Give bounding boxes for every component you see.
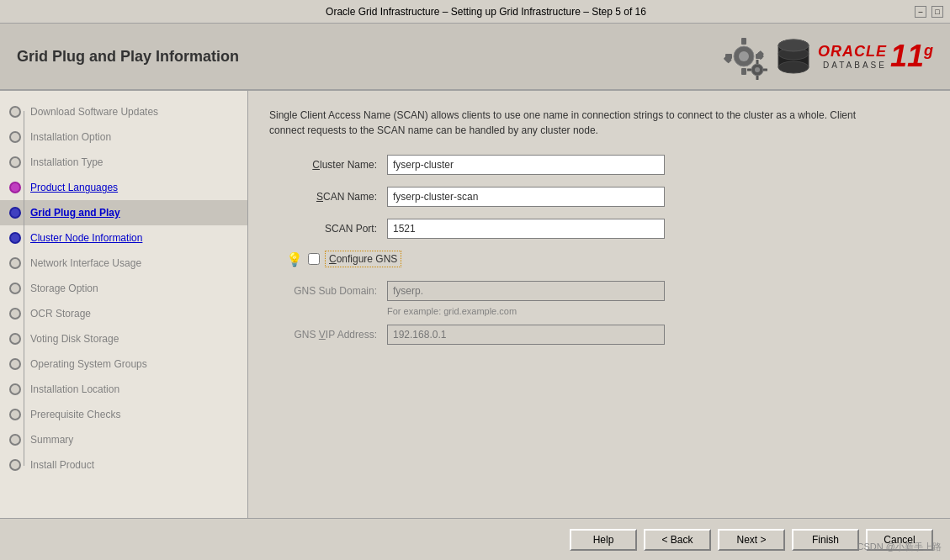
oracle-brand: ORACLE DATABASE bbox=[818, 43, 887, 70]
svg-rect-13 bbox=[756, 76, 758, 80]
gns-vip-label: GNS VIP Address: bbox=[269, 329, 387, 341]
configure-gns-label[interactable]: Configure GNS bbox=[325, 251, 401, 267]
svg-rect-15 bbox=[747, 69, 751, 71]
scan-name-row: SCAN Name: bbox=[269, 187, 929, 207]
sidebar-item-cluster-node-information[interactable]: Cluster Node Information bbox=[0, 225, 247, 251]
step-icon-grid-plug-and-play bbox=[7, 204, 24, 221]
sidebar-label-operating-system-groups: Operating System Groups bbox=[30, 358, 147, 370]
gns-hint-text: For example: grid.example.com bbox=[269, 306, 929, 316]
sidebar-item-grid-plug-and-play[interactable]: Grid Plug and Play bbox=[0, 200, 247, 225]
gns-subdomain-input[interactable] bbox=[387, 281, 665, 301]
sidebar-item-installation-location[interactable]: Installation Location bbox=[0, 377, 247, 402]
scan-port-label: SCAN Port: bbox=[269, 223, 387, 235]
sidebar-item-product-languages[interactable]: Product Languages bbox=[0, 175, 247, 200]
step-icon-storage-option bbox=[7, 280, 24, 297]
scan-port-row: SCAN Port: bbox=[269, 219, 929, 239]
maximize-button[interactable]: □ bbox=[931, 6, 943, 18]
scan-name-label: SCAN Name: bbox=[269, 191, 387, 203]
sidebar-item-network-interface-usage[interactable]: Network Interface Usage bbox=[0, 251, 247, 276]
step-icon-download bbox=[7, 103, 24, 120]
sidebar-item-installation-type[interactable]: Installation Type bbox=[0, 150, 247, 175]
oracle-text: ORACLE bbox=[818, 43, 887, 61]
sidebar-item-operating-system-groups[interactable]: Operating System Groups bbox=[0, 351, 247, 377]
lightbulb-icon: 💡 bbox=[286, 251, 303, 267]
sidebar-label-installation-type: Installation Type bbox=[30, 156, 103, 168]
minimize-button[interactable]: – bbox=[915, 6, 926, 18]
next-button[interactable]: Next > bbox=[718, 529, 785, 551]
step-icon-prerequisite-checks bbox=[7, 406, 24, 423]
sidebar-item-prerequisite-checks[interactable]: Prerequisite Checks bbox=[0, 402, 247, 427]
svg-rect-3 bbox=[741, 68, 746, 75]
page-title: Grid Plug and Play Information bbox=[17, 48, 239, 66]
gear-icon bbox=[719, 31, 769, 82]
step-icon-voting-disk-storage bbox=[7, 330, 24, 347]
svg-rect-12 bbox=[756, 60, 758, 64]
watermark: CSDN @小新手上路 bbox=[857, 541, 942, 553]
sidebar-label-voting-disk-storage: Voting Disk Storage bbox=[30, 333, 119, 345]
gns-vip-row: GNS VIP Address: bbox=[269, 325, 929, 345]
step-icon-ocr-storage bbox=[7, 305, 24, 322]
step-icon-installation-option bbox=[7, 129, 24, 145]
finish-button[interactable]: Finish bbox=[792, 529, 859, 551]
scan-name-input[interactable] bbox=[387, 187, 665, 207]
oracle-db-text: DATABASE bbox=[823, 61, 887, 70]
sidebar-item-summary[interactable]: Summary bbox=[0, 427, 247, 452]
sidebar-label-summary: Summary bbox=[30, 434, 73, 446]
sidebar: Download Software Updates Installation O… bbox=[0, 91, 248, 518]
step-icon-cluster-node-information bbox=[7, 230, 24, 246]
sidebar-label-network-interface-usage: Network Interface Usage bbox=[30, 257, 141, 269]
sidebar-label-ocr-storage: OCR Storage bbox=[30, 308, 91, 320]
svg-point-20 bbox=[778, 40, 809, 51]
step-icon-installation-type bbox=[7, 154, 24, 171]
header: Grid Plug and Play Information bbox=[0, 24, 950, 91]
gns-vip-input[interactable] bbox=[387, 325, 665, 345]
database-icon bbox=[772, 35, 815, 77]
svg-rect-2 bbox=[741, 38, 746, 45]
cluster-name-input[interactable] bbox=[387, 155, 665, 175]
svg-point-1 bbox=[739, 51, 749, 61]
description-text: Single Client Access Name (SCAN) allows … bbox=[269, 108, 892, 138]
step-icon-installation-location bbox=[7, 381, 24, 398]
scan-port-input[interactable] bbox=[387, 219, 665, 239]
sidebar-item-download-software-updates[interactable]: Download Software Updates bbox=[0, 99, 247, 124]
oracle-logo: ORACLE DATABASE 11g bbox=[719, 31, 933, 82]
oracle-version: 11g bbox=[890, 39, 933, 74]
sidebar-label-grid-plug-and-play[interactable]: Grid Plug and Play bbox=[30, 207, 120, 219]
main-window: Grid Plug and Play Information bbox=[0, 24, 950, 560]
sidebar-item-installation-option[interactable]: Installation Option bbox=[0, 124, 247, 150]
cluster-name-label: Cluster Name: bbox=[269, 159, 387, 171]
sidebar-item-voting-disk-storage[interactable]: Voting Disk Storage bbox=[0, 326, 247, 351]
title-bar-text: Oracle Grid Infrastructure – Setting up … bbox=[57, 6, 915, 18]
content-area: Download Software Updates Installation O… bbox=[0, 91, 950, 518]
step-icon-product-languages bbox=[7, 179, 24, 196]
svg-point-18 bbox=[778, 61, 809, 73]
svg-rect-14 bbox=[763, 69, 767, 71]
sidebar-label-cluster-node-information[interactable]: Cluster Node Information bbox=[30, 232, 142, 244]
sidebar-label-product-languages[interactable]: Product Languages bbox=[30, 182, 118, 193]
sidebar-label-storage-option: Storage Option bbox=[30, 283, 98, 294]
configure-gns-checkbox[interactable] bbox=[308, 253, 320, 265]
title-bar-controls: – □ bbox=[915, 6, 943, 18]
help-button[interactable]: Help bbox=[570, 529, 637, 551]
step-icon-summary bbox=[7, 431, 24, 448]
bottom-bar: Help < Back Next > Finish Cancel bbox=[0, 518, 950, 560]
step-icon-install-product bbox=[7, 457, 24, 473]
sidebar-label-installation-location: Installation Location bbox=[30, 383, 119, 395]
step-icon-network-interface-usage bbox=[7, 255, 24, 272]
main-content: Single Client Access Name (SCAN) allows … bbox=[248, 91, 950, 518]
sidebar-item-install-product[interactable]: Install Product bbox=[0, 452, 247, 478]
gns-subdomain-label: GNS Sub Domain: bbox=[269, 285, 387, 297]
step-icon-operating-system-groups bbox=[7, 356, 24, 372]
sidebar-label-prerequisite-checks: Prerequisite Checks bbox=[30, 409, 120, 420]
svg-point-11 bbox=[755, 67, 760, 72]
sidebar-item-storage-option[interactable]: Storage Option bbox=[0, 276, 247, 301]
sidebar-label-install-product: Install Product bbox=[30, 459, 94, 471]
gns-subdomain-row: GNS Sub Domain: bbox=[269, 281, 929, 301]
configure-gns-row: 💡 Configure GNS bbox=[269, 251, 929, 267]
sidebar-item-ocr-storage[interactable]: OCR Storage bbox=[0, 301, 247, 326]
title-bar: Oracle Grid Infrastructure – Setting up … bbox=[0, 0, 950, 24]
back-button[interactable]: < Back bbox=[644, 529, 711, 551]
sidebar-label-download: Download Software Updates bbox=[30, 106, 158, 118]
cluster-name-row: Cluster Name: bbox=[269, 155, 929, 175]
sidebar-label-installation-option: Installation Option bbox=[30, 131, 111, 143]
